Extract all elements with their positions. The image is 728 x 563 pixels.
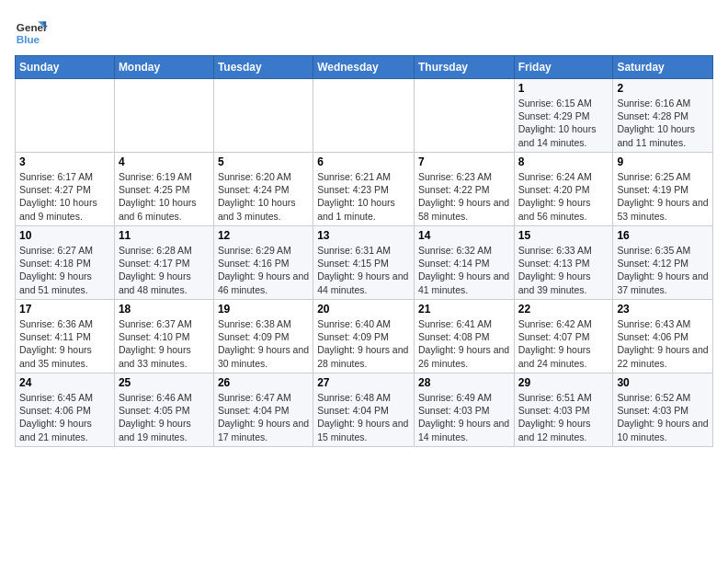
- logo: General Blue: [15, 15, 48, 48]
- day-number: 27: [317, 376, 410, 389]
- calendar-cell: 3Sunrise: 6:17 AM Sunset: 4:27 PM Daylig…: [16, 153, 115, 226]
- day-number: 29: [518, 376, 609, 389]
- day-info: Sunrise: 6:46 AM Sunset: 4:05 PM Dayligh…: [119, 391, 210, 443]
- calendar-cell: 2Sunrise: 6:16 AM Sunset: 4:28 PM Daylig…: [613, 79, 713, 153]
- day-number: 21: [418, 303, 510, 316]
- calendar-cell: 20Sunrise: 6:40 AM Sunset: 4:09 PM Dayli…: [313, 300, 415, 373]
- day-info: Sunrise: 6:20 AM Sunset: 4:24 PM Dayligh…: [218, 170, 309, 223]
- day-info: Sunrise: 6:52 AM Sunset: 4:03 PM Dayligh…: [617, 391, 709, 443]
- calendar-cell: [414, 79, 514, 153]
- calendar-cell: 5Sunrise: 6:20 AM Sunset: 4:24 PM Daylig…: [213, 153, 313, 226]
- calendar-cell: 25Sunrise: 6:46 AM Sunset: 4:05 PM Dayli…: [114, 373, 213, 447]
- calendar-cell: 22Sunrise: 6:42 AM Sunset: 4:07 PM Dayli…: [514, 300, 613, 373]
- day-number: 19: [218, 303, 309, 316]
- day-number: 25: [119, 376, 210, 389]
- day-number: 8: [518, 155, 609, 168]
- day-number: 28: [418, 376, 510, 389]
- day-number: 1: [518, 82, 609, 95]
- calendar-week-row: 17Sunrise: 6:36 AM Sunset: 4:11 PM Dayli…: [16, 300, 713, 373]
- calendar-week-row: 3Sunrise: 6:17 AM Sunset: 4:27 PM Daylig…: [16, 153, 713, 226]
- day-info: Sunrise: 6:49 AM Sunset: 4:03 PM Dayligh…: [418, 391, 510, 443]
- day-info: Sunrise: 6:32 AM Sunset: 4:14 PM Dayligh…: [418, 244, 510, 296]
- day-info: Sunrise: 6:16 AM Sunset: 4:28 PM Dayligh…: [617, 97, 709, 149]
- day-info: Sunrise: 6:40 AM Sunset: 4:09 PM Dayligh…: [317, 317, 410, 370]
- day-number: 23: [617, 303, 709, 316]
- day-number: 30: [617, 376, 709, 389]
- calendar-cell: [114, 79, 213, 153]
- calendar-cell: 18Sunrise: 6:37 AM Sunset: 4:10 PM Dayli…: [114, 300, 213, 373]
- calendar-cell: 17Sunrise: 6:36 AM Sunset: 4:11 PM Dayli…: [16, 300, 115, 373]
- day-info: Sunrise: 6:37 AM Sunset: 4:10 PM Dayligh…: [119, 317, 210, 370]
- day-number: 7: [418, 155, 510, 168]
- day-info: Sunrise: 6:21 AM Sunset: 4:23 PM Dayligh…: [317, 170, 410, 223]
- svg-text:Blue: Blue: [17, 33, 40, 45]
- calendar-cell: 10Sunrise: 6:27 AM Sunset: 4:18 PM Dayli…: [16, 226, 115, 300]
- day-info: Sunrise: 6:42 AM Sunset: 4:07 PM Dayligh…: [518, 317, 609, 370]
- day-number: 5: [218, 155, 309, 168]
- day-info: Sunrise: 6:51 AM Sunset: 4:03 PM Dayligh…: [518, 391, 609, 443]
- calendar-cell: 15Sunrise: 6:33 AM Sunset: 4:13 PM Dayli…: [514, 226, 613, 300]
- calendar-cell: 11Sunrise: 6:28 AM Sunset: 4:17 PM Dayli…: [114, 226, 213, 300]
- calendar-cell: 24Sunrise: 6:45 AM Sunset: 4:06 PM Dayli…: [16, 373, 115, 447]
- day-number: 17: [19, 303, 110, 316]
- day-info: Sunrise: 6:27 AM Sunset: 4:18 PM Dayligh…: [19, 244, 110, 296]
- calendar-cell: 12Sunrise: 6:29 AM Sunset: 4:16 PM Dayli…: [213, 226, 313, 300]
- calendar-cell: 8Sunrise: 6:24 AM Sunset: 4:20 PM Daylig…: [514, 153, 613, 226]
- day-info: Sunrise: 6:38 AM Sunset: 4:09 PM Dayligh…: [218, 317, 309, 370]
- calendar-cell: 6Sunrise: 6:21 AM Sunset: 4:23 PM Daylig…: [313, 153, 415, 226]
- day-number: 2: [617, 82, 709, 95]
- column-header-tuesday: Tuesday: [213, 56, 313, 79]
- day-info: Sunrise: 6:25 AM Sunset: 4:19 PM Dayligh…: [617, 170, 709, 223]
- calendar-cell: 7Sunrise: 6:23 AM Sunset: 4:22 PM Daylig…: [414, 153, 514, 226]
- calendar-cell: 21Sunrise: 6:41 AM Sunset: 4:08 PM Dayli…: [414, 300, 514, 373]
- day-number: 15: [518, 229, 609, 242]
- calendar-cell: 28Sunrise: 6:49 AM Sunset: 4:03 PM Dayli…: [414, 373, 514, 447]
- calendar-cell: 16Sunrise: 6:35 AM Sunset: 4:12 PM Dayli…: [613, 226, 713, 300]
- day-number: 3: [19, 155, 110, 168]
- day-info: Sunrise: 6:15 AM Sunset: 4:29 PM Dayligh…: [518, 97, 609, 149]
- calendar-cell: [313, 79, 415, 153]
- day-info: Sunrise: 6:19 AM Sunset: 4:25 PM Dayligh…: [119, 170, 210, 223]
- column-header-thursday: Thursday: [414, 56, 514, 79]
- day-info: Sunrise: 6:17 AM Sunset: 4:27 PM Dayligh…: [19, 170, 110, 223]
- day-number: 6: [317, 155, 410, 168]
- day-number: 9: [617, 155, 709, 168]
- day-info: Sunrise: 6:48 AM Sunset: 4:04 PM Dayligh…: [317, 391, 410, 443]
- calendar-week-row: 24Sunrise: 6:45 AM Sunset: 4:06 PM Dayli…: [16, 373, 713, 447]
- day-info: Sunrise: 6:31 AM Sunset: 4:15 PM Dayligh…: [317, 244, 410, 296]
- calendar-cell: [213, 79, 313, 153]
- day-number: 4: [119, 155, 210, 168]
- day-info: Sunrise: 6:23 AM Sunset: 4:22 PM Dayligh…: [418, 170, 510, 223]
- calendar-cell: 19Sunrise: 6:38 AM Sunset: 4:09 PM Dayli…: [213, 300, 313, 373]
- day-number: 16: [617, 229, 709, 242]
- calendar-cell: 30Sunrise: 6:52 AM Sunset: 4:03 PM Dayli…: [613, 373, 713, 447]
- day-number: 18: [119, 303, 210, 316]
- day-number: 11: [119, 229, 210, 242]
- day-info: Sunrise: 6:36 AM Sunset: 4:11 PM Dayligh…: [19, 317, 110, 370]
- calendar-cell: 14Sunrise: 6:32 AM Sunset: 4:14 PM Dayli…: [414, 226, 514, 300]
- calendar-week-row: 10Sunrise: 6:27 AM Sunset: 4:18 PM Dayli…: [16, 226, 713, 300]
- column-header-friday: Friday: [514, 56, 613, 79]
- day-info: Sunrise: 6:33 AM Sunset: 4:13 PM Dayligh…: [518, 244, 609, 296]
- calendar-cell: 1Sunrise: 6:15 AM Sunset: 4:29 PM Daylig…: [514, 79, 613, 153]
- column-header-sunday: Sunday: [16, 56, 115, 79]
- day-info: Sunrise: 6:28 AM Sunset: 4:17 PM Dayligh…: [119, 244, 210, 296]
- calendar-cell: 27Sunrise: 6:48 AM Sunset: 4:04 PM Dayli…: [313, 373, 415, 447]
- calendar-cell: 9Sunrise: 6:25 AM Sunset: 4:19 PM Daylig…: [613, 153, 713, 226]
- calendar-table: SundayMondayTuesdayWednesdayThursdayFrid…: [15, 55, 713, 447]
- calendar-cell: 4Sunrise: 6:19 AM Sunset: 4:25 PM Daylig…: [114, 153, 213, 226]
- day-number: 12: [218, 229, 309, 242]
- day-number: 20: [317, 303, 410, 316]
- calendar-week-row: 1Sunrise: 6:15 AM Sunset: 4:29 PM Daylig…: [16, 79, 713, 153]
- column-header-monday: Monday: [114, 56, 213, 79]
- day-info: Sunrise: 6:35 AM Sunset: 4:12 PM Dayligh…: [617, 244, 709, 296]
- day-info: Sunrise: 6:29 AM Sunset: 4:16 PM Dayligh…: [218, 244, 309, 296]
- day-number: 24: [19, 376, 110, 389]
- calendar-cell: [16, 79, 115, 153]
- day-info: Sunrise: 6:41 AM Sunset: 4:08 PM Dayligh…: [418, 317, 510, 370]
- day-number: 13: [317, 229, 410, 242]
- calendar-header-row: SundayMondayTuesdayWednesdayThursdayFrid…: [16, 56, 713, 79]
- day-info: Sunrise: 6:47 AM Sunset: 4:04 PM Dayligh…: [218, 391, 309, 443]
- day-number: 10: [19, 229, 110, 242]
- day-number: 14: [418, 229, 510, 242]
